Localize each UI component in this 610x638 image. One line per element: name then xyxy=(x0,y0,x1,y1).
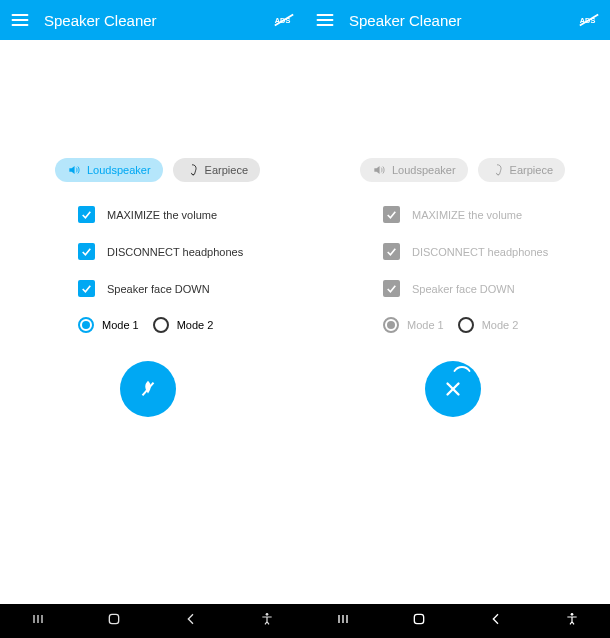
loudspeaker-pill: Loudspeaker xyxy=(360,158,468,182)
menu-icon[interactable] xyxy=(10,10,30,30)
check-label: Speaker face DOWN xyxy=(107,283,210,295)
stop-clean-button[interactable] xyxy=(425,361,481,417)
svg-point-2 xyxy=(192,174,194,176)
checkbox-icon xyxy=(383,243,400,260)
app-bar: Speaker Cleaner ADS xyxy=(0,0,305,40)
checkbox-icon xyxy=(78,243,95,260)
checkbox-icon xyxy=(383,280,400,297)
back-icon[interactable] xyxy=(488,611,504,631)
loudspeaker-pill[interactable]: Loudspeaker xyxy=(55,158,163,182)
loudspeaker-label: Loudspeaker xyxy=(392,164,456,176)
back-icon[interactable] xyxy=(183,611,199,631)
check-maximize[interactable]: MAXIMIZE the volume xyxy=(78,206,217,223)
radio-mode2[interactable] xyxy=(153,317,169,333)
mode1-label: Mode 1 xyxy=(407,319,444,331)
nav-left xyxy=(0,611,305,631)
check-label: DISCONNECT headphones xyxy=(107,246,243,258)
home-icon[interactable] xyxy=(411,611,427,631)
recents-icon[interactable] xyxy=(30,611,46,631)
main-content: Loudspeaker Earpiece MAXIMIZE the volume… xyxy=(0,40,305,638)
start-clean-button[interactable] xyxy=(120,361,176,417)
system-nav-bar xyxy=(0,604,610,638)
svg-point-13 xyxy=(266,613,269,616)
check-label: MAXIMIZE the volume xyxy=(412,209,522,221)
check-maximize: MAXIMIZE the volume xyxy=(383,206,522,223)
check-label: DISCONNECT headphones xyxy=(412,246,548,258)
nav-right xyxy=(305,611,610,631)
mode1-label: Mode 1 xyxy=(102,319,139,331)
loudspeaker-label: Loudspeaker xyxy=(87,164,151,176)
main-content: Loudspeaker Earpiece MAXIMIZE the volume… xyxy=(305,40,610,638)
mode2-label: Mode 2 xyxy=(177,319,214,331)
mode-selector: Mode 1 Mode 2 xyxy=(78,317,223,333)
radio-mode1 xyxy=(383,317,399,333)
accessibility-icon[interactable] xyxy=(259,611,275,631)
svg-point-6 xyxy=(497,174,499,176)
home-icon[interactable] xyxy=(106,611,122,631)
checkbox-icon xyxy=(78,280,95,297)
checkbox-icon xyxy=(78,206,95,223)
radio-mode1[interactable] xyxy=(78,317,94,333)
check-facedown: Speaker face DOWN xyxy=(383,280,515,297)
screen-running: Speaker Cleaner ADS Loudspeaker Earpiece… xyxy=(305,0,610,638)
no-ads-icon[interactable]: ADS xyxy=(578,9,600,31)
earpiece-pill[interactable]: Earpiece xyxy=(173,158,260,182)
check-disconnect: DISCONNECT headphones xyxy=(383,243,548,260)
screen-idle: Speaker Cleaner ADS Loudspeaker Earpiece… xyxy=(0,0,305,638)
svg-rect-12 xyxy=(110,614,119,623)
accessibility-icon[interactable] xyxy=(564,611,580,631)
mode-selector: Mode 1 Mode 2 xyxy=(383,317,528,333)
output-selector: Loudspeaker Earpiece xyxy=(55,158,260,182)
radio-mode2 xyxy=(458,317,474,333)
menu-icon[interactable] xyxy=(315,10,335,30)
no-ads-icon[interactable]: ADS xyxy=(273,9,295,31)
recents-icon[interactable] xyxy=(335,611,351,631)
checkbox-icon xyxy=(383,206,400,223)
app-title: Speaker Cleaner xyxy=(349,12,578,29)
mode2-label: Mode 2 xyxy=(482,319,519,331)
svg-point-18 xyxy=(571,613,574,616)
output-selector: Loudspeaker Earpiece xyxy=(360,158,565,182)
app-title: Speaker Cleaner xyxy=(44,12,273,29)
earpiece-label: Earpiece xyxy=(205,164,248,176)
earpiece-pill: Earpiece xyxy=(478,158,565,182)
check-label: MAXIMIZE the volume xyxy=(107,209,217,221)
app-bar: Speaker Cleaner ADS xyxy=(305,0,610,40)
svg-rect-17 xyxy=(415,614,424,623)
earpiece-label: Earpiece xyxy=(510,164,553,176)
check-label: Speaker face DOWN xyxy=(412,283,515,295)
check-facedown[interactable]: Speaker face DOWN xyxy=(78,280,210,297)
check-disconnect[interactable]: DISCONNECT headphones xyxy=(78,243,243,260)
